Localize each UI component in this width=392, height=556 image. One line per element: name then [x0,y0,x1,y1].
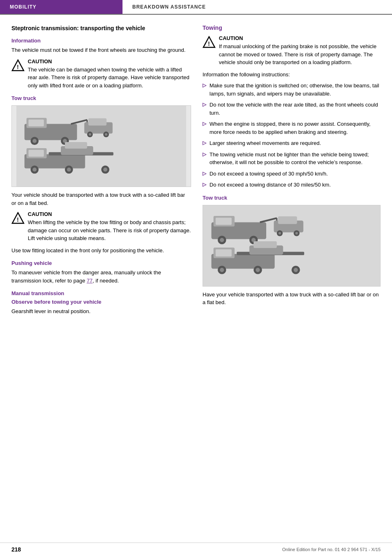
bullet-text-4: The towing vehicle must not be lighter t… [209,151,381,167]
caution-box-towing: ! CAUTION If manual unlocking of the par… [203,35,381,67]
svg-text:!: ! [208,40,210,47]
svg-point-59 [256,268,260,272]
page-number: 218 [11,546,21,553]
svg-point-49 [295,232,298,234]
page-header: MOBILITY BREAKDOWN ASSISTANCE [0,0,392,15]
svg-point-7 [33,139,37,143]
bullet-text-3: Larger steering wheel movements are requ… [209,139,321,147]
svg-rect-37 [216,218,232,225]
svg-point-17 [105,133,107,136]
caution-content-towing: CAUTION If manual unlocking of the parki… [219,35,381,67]
bullet-item-5: ▷ Do not exceed a towing speed of 30 mph… [203,170,381,178]
bullet-arrow-1: ▷ [203,101,206,108]
page-footer: 218 Online Edition for Part no. 01 40 2 … [0,543,392,556]
caution-content-2: CAUTION When lifting the vehicle by the … [28,211,191,242]
caution-text-towing: If manual unlocking of the parking brake… [219,42,381,67]
caution-title-1: CAUTION [28,58,191,64]
svg-rect-13 [88,118,107,126]
tow-truck-heading-right: Tow truck [203,195,381,201]
svg-point-15 [89,133,91,136]
bullet-text-5: Do not exceed a towing speed of 30 mph/5… [209,170,328,178]
main-title: Steptronic transmission: transporting th… [11,24,191,32]
bullet-arrow-0: ▷ [203,82,206,89]
manual-transmission-heading: Manual transmission [11,290,191,296]
bullet-text-2: When the engine is stopped, there is no … [209,120,381,136]
caution-title-2: CAUTION [28,211,191,217]
content-wrapper: Steptronic transmission: transporting th… [0,15,392,335]
bullet-arrow-2: ▷ [203,120,206,127]
bullet-text-6: Do not exceed a towing distance of 30 mi… [209,181,331,189]
svg-rect-5 [29,120,44,127]
svg-point-29 [103,168,107,172]
svg-point-47 [278,232,281,234]
tow-truck-heading-left: Tow truck [11,95,191,101]
caution-text-2: When lifting the vehicle by the tow fitt… [28,218,191,242]
bullet-text-0: Make sure that the ignition is switched … [209,82,381,98]
tow-truck-body-left: Your vehicle should be transported with … [11,191,191,207]
observe-heading: Observe before towing your vehicle [11,299,191,305]
pushing-vehicle-text: To maneuver vehicle from the danger area… [11,269,191,285]
svg-rect-45 [278,216,297,224]
left-column: Steptronic transmission: transporting th… [11,24,191,319]
page-link[interactable]: 77 [87,278,92,284]
svg-rect-55 [254,241,277,248]
tow-truck-body-right: Have your vehicle transported with a tow… [203,291,381,307]
information-text: The vehicle must not be towed if the fro… [11,46,191,54]
caution-title-towing: CAUTION [219,35,381,41]
bullet-text-1: Do not tow the vehicle with the rear axl… [209,101,381,117]
tow-truck-image-right [203,205,381,287]
caution-icon-2: ! [11,212,24,225]
tow-truck-image-left [11,105,191,187]
bullet-arrow-4: ▷ [203,151,206,158]
information-heading: Information [11,38,191,44]
pushing-vehicle-heading: Pushing vehicle [11,260,191,266]
right-column: Towing ! CAUTION If manual unlocking of … [203,24,381,319]
svg-point-25 [33,168,37,172]
footer-text: Online Edition for Part no. 01 40 2 964 … [282,547,381,552]
bullet-item-3: ▷ Larger steering wheel movements are re… [203,139,381,147]
info-following: Information the following instructions: [203,71,381,79]
bullet-item-6: ▷ Do not exceed a towing distance of 30 … [203,181,381,189]
svg-point-61 [294,268,298,272]
bullet-item-2: ▷ When the engine is stopped, there is n… [203,120,381,136]
svg-point-57 [220,268,224,272]
bullet-item-4: ▷ The towing vehicle must not be lighter… [203,151,381,167]
bullet-item-0: ▷ Make sure that the ignition is switche… [203,82,381,98]
caution-content-1: CAUTION The vehicle can be damaged when … [28,58,191,90]
svg-text:!: ! [17,216,19,223]
bullet-arrow-6: ▷ [203,181,206,188]
bullet-arrow-3: ▷ [203,139,206,147]
svg-point-27 [67,168,71,172]
observe-text: Gearshift lever in neutral position. [11,307,191,316]
bullet-item-1: ▷ Do not tow the vehicle with the rear a… [203,101,381,117]
bullet-list: ▷ Make sure that the ignition is switche… [203,82,381,189]
svg-text:!: ! [17,64,19,70]
header-breakdown-label: BREAKDOWN ASSISTANCE [122,0,216,14]
caution-box-1: ! CAUTION The vehicle can be damaged whe… [11,58,191,90]
svg-point-39 [220,238,224,242]
tow-fitting-text: Use tow fitting located in the front onl… [11,247,191,255]
caution-icon-1: ! [11,59,24,72]
caution-text-1: The vehicle can be damaged when towing t… [28,66,191,90]
svg-rect-20 [29,150,44,157]
svg-rect-52 [216,249,232,257]
caution-box-2: ! CAUTION When lifting the vehicle by th… [11,211,191,242]
towing-heading: Towing [203,24,381,31]
header-mobility-label: MOBILITY [0,0,122,14]
svg-rect-23 [65,142,87,149]
caution-icon-towing: ! [203,36,216,49]
bullet-arrow-5: ▷ [203,170,206,177]
